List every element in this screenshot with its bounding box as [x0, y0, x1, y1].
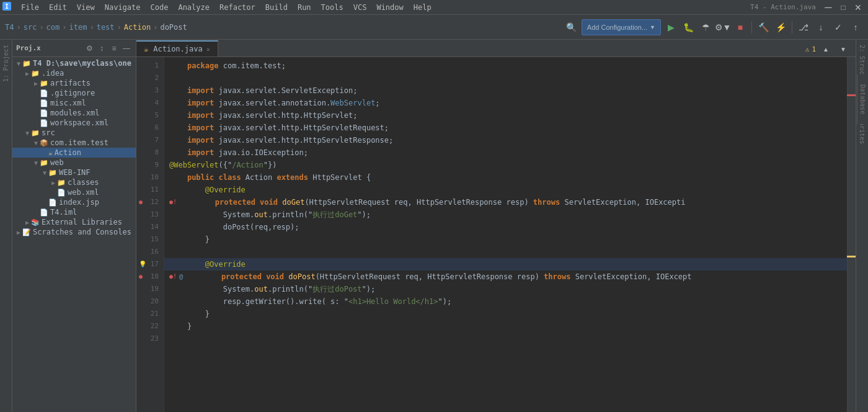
file-icon-indexjsp: 📄: [48, 199, 57, 207]
menu-edit[interactable]: Edit: [44, 0, 72, 14]
code-content[interactable]: package com.item.test; import javax.serv…: [164, 57, 847, 412]
code-line-1[interactable]: package com.item.test;: [164, 60, 847, 72]
code-line-18[interactable]: ●!@ protected void doPost(HttpServletReq…: [164, 271, 847, 283]
code-line-3[interactable]: import javax.servlet.ServletException;: [164, 84, 847, 97]
code-line-11[interactable]: @Override: [164, 184, 847, 196]
code-line-17[interactable]: @Override: [164, 258, 847, 271]
tree-item-webxml[interactable]: ▶ 📄 web.xml: [12, 187, 136, 197]
commit-btn[interactable]: ✓: [831, 20, 846, 35]
line-number-text-2: 2: [154, 72, 159, 84]
tree-item-pkg[interactable]: ▼ 📦 com.item.test: [12, 138, 136, 148]
tree-item-t4[interactable]: ▼ 📁 T4 D:\save\myclass\one: [12, 58, 136, 68]
stop-btn[interactable]: ■: [733, 20, 748, 35]
code-line-12[interactable]: ●! protected void doGet(HttpServletReque…: [164, 196, 847, 208]
tab-close-btn[interactable]: ✕: [206, 46, 210, 53]
tree-item-web[interactable]: ▼ 📁 web: [12, 158, 136, 168]
run-btn[interactable]: ▶: [663, 20, 678, 35]
search-everywhere-btn[interactable]: 🔍: [564, 20, 579, 35]
code-line-14[interactable]: doPost(req,resp);: [164, 221, 847, 233]
breadcrumb-action[interactable]: Action: [124, 23, 151, 32]
menu-run[interactable]: Run: [293, 0, 316, 14]
project-refresh-btn[interactable]: ⚙: [84, 43, 95, 54]
breadcrumb-src[interactable]: src: [24, 23, 37, 32]
tab-action-java[interactable]: ☕ Action.java ✕: [136, 40, 218, 56]
token-plain: doPost(req,resp);: [169, 221, 299, 233]
file-icon-misc: 📄: [40, 99, 48, 107]
tree-item-webinf[interactable]: ▼ 📁 WEB-INF: [12, 168, 136, 177]
tree-item-scratches[interactable]: ▶ 📝 Scratches and Consoles: [12, 227, 136, 237]
close-btn[interactable]: ✕: [851, 0, 866, 15]
push-btn[interactable]: ↑: [848, 20, 863, 35]
build-btn[interactable]: 🔨: [756, 20, 771, 35]
prev-warning-btn[interactable]: ▲: [818, 42, 833, 56]
code-line-5[interactable]: import javax.servlet.http.HttpServlet;: [164, 109, 847, 122]
tree-item-src[interactable]: ▼ 📁 src: [12, 128, 136, 138]
breadcrumb-dopost[interactable]: doPost: [160, 23, 187, 32]
code-line-9[interactable]: @WebServlet({"/Action"}): [164, 159, 847, 171]
update-btn[interactable]: ↓: [813, 20, 828, 35]
tree-item-gitignore[interactable]: ▶ 📄 .gitignore: [12, 88, 136, 98]
menu-tools[interactable]: Tools: [316, 0, 348, 14]
tree-item-misc[interactable]: ▶ 📄 misc.xml: [12, 98, 136, 108]
token-plain: [262, 271, 266, 283]
code-line-13[interactable]: System.out.println("执行过doGet");: [164, 208, 847, 221]
token-kw: void: [266, 271, 284, 283]
add-configuration-btn[interactable]: Add Configuration... ▼: [582, 19, 661, 35]
menu-vcs[interactable]: VCS: [348, 0, 372, 14]
expand-arrow-t4: ▼: [15, 60, 22, 67]
menu-code[interactable]: Code: [146, 0, 174, 14]
breadcrumb-test[interactable]: test: [97, 23, 115, 32]
code-line-16[interactable]: [164, 246, 847, 258]
project-settings-btn[interactable]: ≡: [108, 43, 120, 54]
tree-item-workspace[interactable]: ▶ 📄 workspace.xml: [12, 118, 136, 128]
menu-analyze[interactable]: Analyze: [173, 0, 215, 14]
tree-item-indexjsp[interactable]: ▶ 📄 index.jsp: [12, 197, 136, 207]
make-btn[interactable]: ⚡: [773, 20, 788, 35]
tree-item-idea[interactable]: ▶ 📁 .idea: [12, 68, 136, 78]
token-plain: java.io.IOException;: [214, 146, 308, 159]
tree-item-modules[interactable]: ▶ 📄 modules.xml: [12, 108, 136, 118]
tree-item-extlibs[interactable]: ▶ 📚 External Libraries: [12, 217, 136, 227]
coverage-btn[interactable]: ☂: [698, 20, 713, 35]
tree-item-classes[interactable]: ▶ 📁 classes: [12, 177, 136, 187]
code-line-8[interactable]: import java.io.IOException;: [164, 146, 847, 159]
project-collapse-btn[interactable]: ↕: [96, 43, 107, 54]
code-line-22[interactable]: }: [164, 320, 847, 333]
code-line-15[interactable]: }: [164, 233, 847, 246]
menu-view[interactable]: View: [72, 0, 100, 14]
tree-item-t4iml[interactable]: ▶ 📄 T4.iml: [12, 207, 136, 217]
git-btn[interactable]: ⎇: [796, 20, 811, 35]
code-line-6[interactable]: import javax.servlet.http.HttpServletReq…: [164, 122, 847, 134]
debug-btn[interactable]: 🐛: [681, 20, 696, 35]
token-str: 执行过doGet: [312, 208, 357, 221]
code-line-4[interactable]: import javax.servlet.annotation.WebServl…: [164, 97, 847, 109]
run-gutter-icon-18[interactable]: ●: [139, 271, 143, 283]
menu-window[interactable]: Window: [371, 0, 408, 14]
breadcrumb-com[interactable]: com: [46, 23, 60, 32]
code-line-10[interactable]: public class Action extends HttpServlet …: [164, 171, 847, 184]
tree-item-action[interactable]: ▶ ☕ Action: [12, 148, 136, 158]
run-gutter-icon-12[interactable]: ●: [139, 196, 143, 208]
minimize-btn[interactable]: ─: [821, 0, 836, 15]
menu-refactor[interactable]: Refactor: [215, 0, 260, 14]
breadcrumb-t4[interactable]: T4: [5, 23, 14, 32]
project-panel-toggle[interactable]: 1: Project: [2, 42, 9, 84]
code-line-23[interactable]: [164, 333, 847, 345]
database-panel-toggle[interactable]: Database: [857, 74, 868, 124]
more-run-btn[interactable]: ⚙▼: [715, 20, 730, 35]
menu-file[interactable]: File: [16, 0, 44, 14]
tree-item-artifacts[interactable]: ▶ 📁 artifacts: [12, 78, 136, 88]
maximize-btn[interactable]: □: [836, 0, 851, 15]
menu-help[interactable]: Help: [409, 0, 436, 14]
code-line-20[interactable]: resp.getWriter().write( s: "<h1>Hello Wo…: [164, 295, 847, 308]
menu-build[interactable]: Build: [260, 0, 293, 14]
next-warning-btn[interactable]: ▼: [836, 42, 851, 56]
breadcrumb-item[interactable]: item: [69, 23, 87, 32]
code-line-21[interactable]: }: [164, 308, 847, 320]
project-hide-btn[interactable]: —: [121, 43, 132, 54]
token-plain: HttpServlet {: [308, 171, 371, 184]
code-line-7[interactable]: import javax.servlet.http.HttpServletRes…: [164, 134, 847, 146]
menu-navigate[interactable]: Navigate: [100, 0, 146, 14]
code-line-19[interactable]: System.out.println("执行过doPost");: [164, 283, 847, 295]
code-line-2[interactable]: [164, 72, 847, 84]
